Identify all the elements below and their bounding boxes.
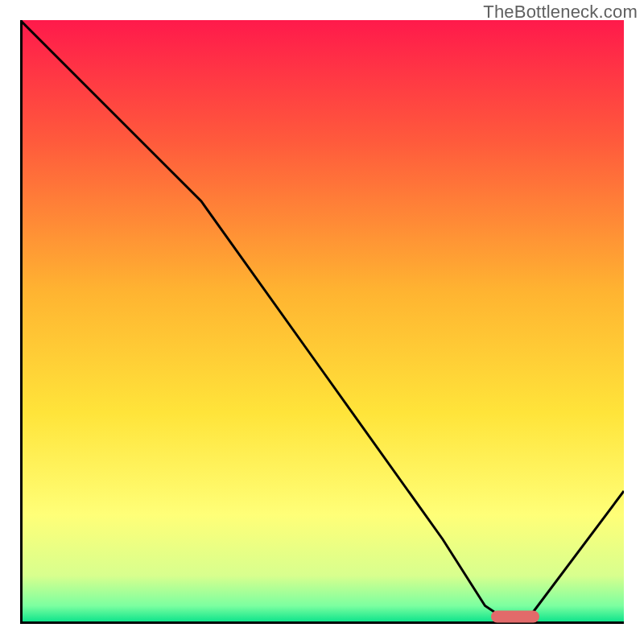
chart-container: TheBottleneck.com [0, 0, 644, 644]
plot-frame [20, 20, 624, 624]
optimal-marker [491, 611, 539, 623]
plot-svg [20, 20, 624, 624]
